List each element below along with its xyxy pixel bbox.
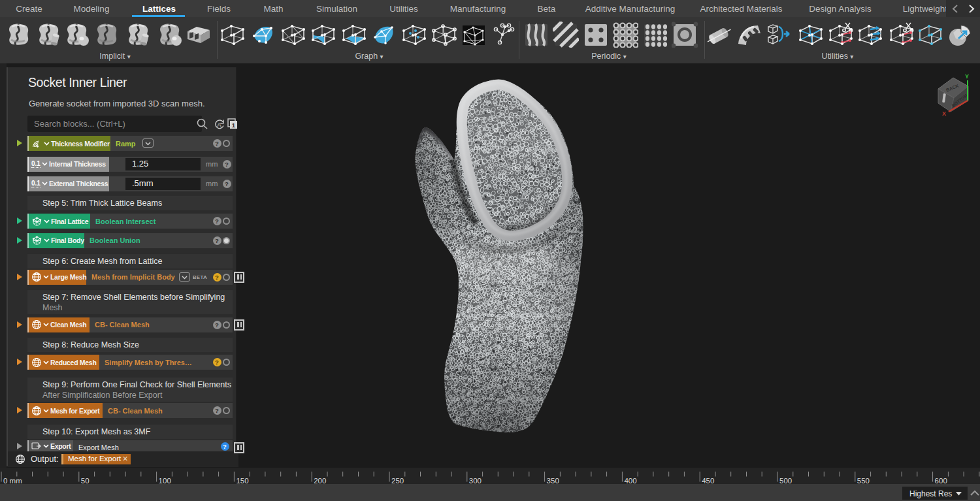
svg-text:Y: Y <box>965 73 969 80</box>
svg-text:100: 100 <box>159 477 171 484</box>
svg-text:600: 600 <box>935 477 947 484</box>
svg-text:0 mm: 0 mm <box>3 477 22 484</box>
svg-text:500: 500 <box>779 477 792 484</box>
svg-text:250: 250 <box>391 477 404 484</box>
svg-text:200: 200 <box>314 477 326 484</box>
svg-text:550: 550 <box>857 477 870 484</box>
svg-text:450: 450 <box>702 477 714 484</box>
svg-text:X: X <box>942 110 946 117</box>
svg-text:400: 400 <box>624 477 636 484</box>
svg-text:50: 50 <box>81 477 90 484</box>
svg-text:350: 350 <box>547 477 559 484</box>
svg-text:150: 150 <box>236 477 248 484</box>
svg-text:A: A <box>217 121 221 128</box>
svg-text:1: 1 <box>232 121 236 129</box>
svg-text:300: 300 <box>469 477 482 484</box>
